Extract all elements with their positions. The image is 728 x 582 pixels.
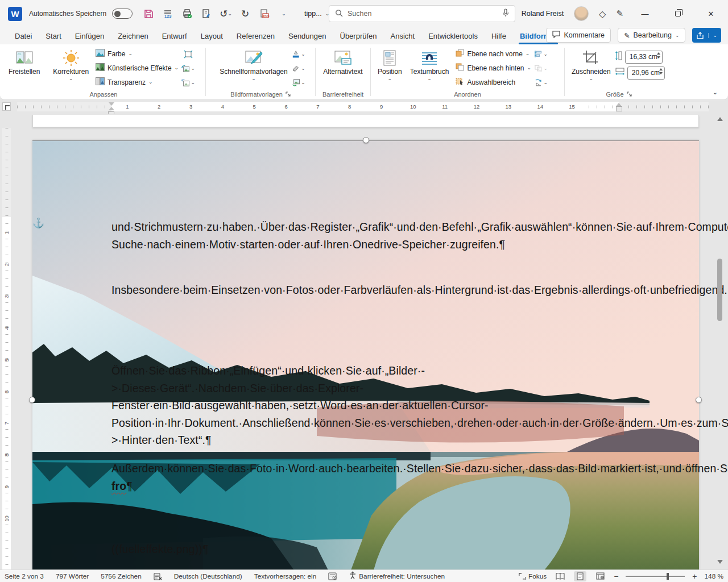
page-2[interactable]: und·Strichmustern·zu·haben.·Über·das·Reg… — [32, 140, 699, 569]
scrollbar-thumb[interactable] — [717, 259, 722, 321]
collapse-ribbon-button[interactable]: ⌄ — [713, 89, 718, 96]
char-count[interactable]: 5756 Zeichen — [101, 572, 142, 580]
paste-preview-icon[interactable] — [201, 8, 212, 19]
undo-chevron[interactable]: ⌄ — [228, 11, 232, 16]
right-indent-marker[interactable] — [616, 106, 622, 111]
designer-diamond-icon[interactable]: ◇ — [599, 9, 606, 19]
align-objects-button[interactable]: ⌄ — [534, 48, 548, 60]
bring-forward-button[interactable]: Ebene nach vorne ⌄ — [453, 47, 534, 61]
save-icon[interactable] — [143, 8, 154, 19]
tab-zeichnen[interactable]: Zeichnen — [111, 29, 155, 43]
vertical-ruler[interactable]: 12345678910 — [2, 128, 11, 569]
selection-handle-top[interactable] — [363, 137, 369, 143]
shape-height-input[interactable]: 16,33 cm — [625, 51, 663, 64]
textumbruch-button[interactable]: Textumbruch ⌄ — [406, 45, 453, 81]
comments-button[interactable]: Kommentare — [546, 28, 611, 43]
styles-dialog-launcher[interactable] — [286, 91, 291, 98]
reset-picture-button[interactable]: ⌄ — [181, 76, 195, 89]
more-commands-button[interactable]: ⌄ — [278, 8, 289, 19]
minimize-button[interactable]: — — [634, 2, 656, 25]
editing-mode-button[interactable]: ✎ Bearbeitung ⌄ — [618, 28, 685, 43]
height-spinner[interactable] — [657, 52, 660, 59]
word-count[interactable]: 797 Wörter — [56, 572, 89, 580]
text-predictions[interactable]: Textvorhersagen: ein — [254, 572, 317, 580]
tab-ansicht[interactable]: Ansicht — [384, 29, 422, 43]
picture-layout-button[interactable]: ⌄ — [292, 76, 305, 89]
close-button[interactable]: ✕ — [700, 2, 722, 25]
zoom-in-button[interactable]: + — [692, 572, 697, 581]
selection-pane-button[interactable]: Auswahlbereich — [453, 75, 534, 89]
restore-button[interactable] — [667, 2, 689, 25]
zuschneiden-button[interactable]: Zuschneiden ⌄ — [568, 45, 615, 81]
print-layout-button[interactable] — [574, 571, 586, 581]
numbered-list-icon[interactable]: 123 — [162, 8, 173, 19]
paragraph-3[interactable]: Öffnen·Sie·das·Ribbon·„Einfügen“·und·kli… — [111, 362, 619, 449]
korrekturen-button[interactable]: Korrekturen ⌄ — [49, 45, 93, 81]
tab-stop-selector[interactable] — [2, 102, 11, 111]
width-spinner[interactable] — [659, 68, 663, 74]
zoom-slider-thumb[interactable] — [667, 573, 669, 580]
redo-button[interactable]: ↻ — [239, 8, 251, 19]
paragraph-1[interactable]: und·Strichmustern·zu·haben.·Über·das·Reg… — [111, 218, 619, 253]
kuenstlerische-effekte-button[interactable]: Künstlerische Effekte ⌄ — [93, 61, 181, 75]
rotate-objects-button[interactable]: ⌄ — [534, 76, 548, 89]
avatar[interactable] — [574, 6, 589, 21]
tab-hilfe[interactable]: Hilfe — [485, 29, 513, 43]
quick-print-icon[interactable] — [181, 8, 193, 19]
tab-referenzen[interactable]: Referenzen — [230, 29, 282, 43]
paragraph-2[interactable]: Insbesondere·beim·Einsetzen·von·Fotos·od… — [111, 281, 619, 299]
scroll-up-arrow[interactable] — [717, 117, 723, 121]
document-text-layer[interactable]: und·Strichmustern·zu·haben.·Über·das·Reg… — [32, 140, 699, 569]
zoom-slider[interactable] — [626, 576, 685, 577]
selection-handle-left[interactable] — [29, 397, 35, 403]
document-title[interactable]: tipp... ⌄ — [304, 10, 329, 18]
zoom-level[interactable]: 148 % — [705, 572, 723, 580]
dictate-mic-icon[interactable] — [502, 9, 509, 19]
freistellen-button[interactable]: Freistellen — [5, 45, 44, 76]
autosave-toggle[interactable] — [112, 9, 133, 19]
tab-ueberpruefen[interactable]: Überprüfen — [333, 29, 384, 43]
scroll-down-arrow[interactable] — [717, 560, 723, 564]
search-box[interactable]: Suchen — [329, 5, 515, 22]
horizontal-ruler[interactable]: 123456789101112131415 — [17, 102, 709, 111]
language-indicator[interactable]: Deutsch (Deutschland) — [174, 572, 242, 580]
copilot-pen-icon[interactable]: ✎ — [616, 9, 623, 19]
change-picture-button[interactable]: ⌄ — [181, 62, 195, 74]
alternativtext-button[interactable]: Alternativtext — [319, 45, 366, 76]
word-app-icon[interactable]: W — [8, 7, 22, 21]
tab-sendungen[interactable]: Sendungen — [282, 29, 333, 43]
tab-start[interactable]: Start — [39, 29, 68, 43]
picture-border-button[interactable]: ⌄ — [292, 48, 305, 60]
tab-entwicklertools[interactable]: Entwicklertools — [421, 29, 485, 43]
user-name[interactable]: Roland Freist — [522, 10, 564, 18]
pdf-export-icon[interactable]: PDF — [259, 8, 270, 19]
compress-pictures-button[interactable] — [181, 48, 195, 60]
size-dialog-launcher[interactable] — [627, 91, 632, 98]
read-mode-button[interactable] — [554, 571, 566, 581]
farbe-button[interactable]: Farbe ⌄ — [93, 47, 181, 61]
focus-mode-button[interactable]: Fokus — [519, 572, 547, 580]
shape-width-input[interactable]: 20,96 cm — [627, 66, 665, 80]
vertical-scrollbar[interactable] — [715, 114, 725, 569]
tab-layout[interactable]: Layout — [194, 29, 230, 43]
paragraph-4[interactable]: Außerdem·können·Sie·das·Foto·in·Word·auc… — [111, 460, 619, 494]
share-chevron[interactable]: ⌄ — [708, 33, 721, 38]
tab-datei[interactable]: Datei — [8, 29, 39, 43]
share-button[interactable]: ⌄ — [692, 28, 721, 43]
transparenz-button[interactable]: Transparenz ⌄ — [93, 75, 181, 89]
page-indicator[interactable]: Seite 2 von 3 — [5, 572, 44, 580]
selection-handle-right[interactable] — [696, 397, 702, 403]
picture-effects-button[interactable]: ⌄ — [292, 62, 305, 74]
tab-einfuegen[interactable]: Einfügen — [68, 29, 111, 43]
send-backward-button[interactable]: Ebene nach hinten ⌄ — [453, 61, 534, 75]
document-area[interactable]: 12345678910 — [0, 114, 728, 569]
undo-button[interactable]: ↺⌄ — [220, 8, 231, 19]
proofing-status-icon[interactable] — [154, 572, 162, 580]
first-line-indent-marker[interactable] — [108, 102, 114, 110]
paragraph-5[interactable]: ((fuelleffekte.png))¶ — [111, 541, 619, 558]
accessibility-status[interactable]: Barrierefreiheit: Untersuchen — [349, 571, 445, 581]
zoom-out-button[interactable]: − — [614, 572, 618, 581]
schnellformatvorlagen-button[interactable]: Schnellformatvorlagen ⌄ — [216, 45, 291, 81]
web-layout-button[interactable] — [594, 571, 606, 581]
editor-panel-icon[interactable] — [328, 572, 337, 580]
